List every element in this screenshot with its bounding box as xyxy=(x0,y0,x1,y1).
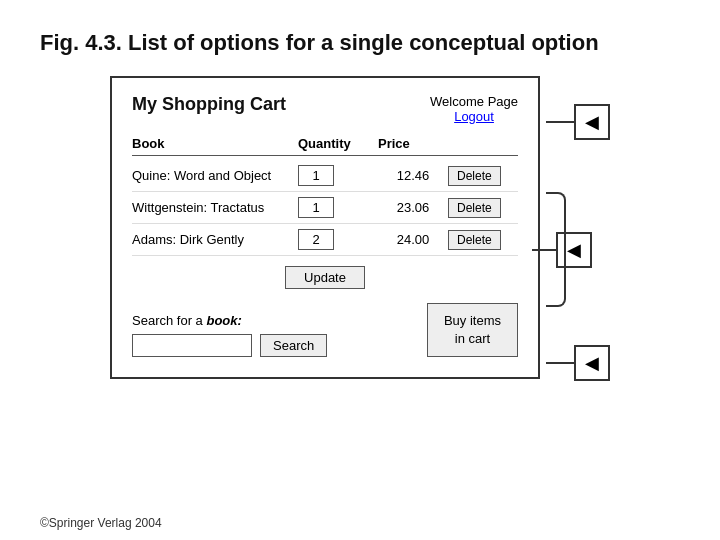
search-section: Search for a book: Search xyxy=(132,313,327,357)
update-button[interactable]: Update xyxy=(285,266,365,289)
cart-box: My Shopping Cart Welcome Page Logout Boo… xyxy=(110,76,540,379)
table-header: Book Quantity Price xyxy=(132,136,518,156)
price-1: 12.46 xyxy=(378,168,448,183)
price-2: 23.06 xyxy=(378,200,448,215)
col-price: Price xyxy=(378,136,448,151)
quantity-input-2[interactable] xyxy=(298,197,334,218)
quantity-input-1[interactable] xyxy=(298,165,334,186)
buy-items-button[interactable]: Buy items in cart xyxy=(427,303,518,357)
search-input[interactable] xyxy=(132,334,252,357)
arrow-right-icon-2: ◀ xyxy=(567,239,581,261)
table-row: Adams: Dirk Gently 24.00 Delete xyxy=(132,224,518,256)
welcome-text: Welcome Page xyxy=(430,94,518,109)
table-row: Wittgenstein: Tractatus 23.06 Delete xyxy=(132,192,518,224)
arrow-right-icon-3: ◀ xyxy=(585,352,599,374)
delete-button-3[interactable]: Delete xyxy=(448,230,501,250)
book-title-3: Adams: Dirk Gently xyxy=(132,232,298,247)
cart-title: My Shopping Cart xyxy=(132,94,286,115)
delete-button-2[interactable]: Delete xyxy=(448,198,501,218)
search-button[interactable]: Search xyxy=(260,334,327,357)
search-label: Search for a book: xyxy=(132,313,327,328)
col-action xyxy=(448,136,518,151)
delete-button-1[interactable]: Delete xyxy=(448,166,501,186)
page-title: Fig. 4.3. List of options for a single c… xyxy=(0,0,720,76)
quantity-input-3[interactable] xyxy=(298,229,334,250)
book-title-1: Quine: Word and Object xyxy=(132,168,298,183)
book-title-2: Wittgenstein: Tractatus xyxy=(132,200,298,215)
arrow-right-icon-1: ◀ xyxy=(585,111,599,133)
table-row: Quine: Word and Object 12.46 Delete xyxy=(132,160,518,192)
col-quantity: Quantity xyxy=(298,136,378,151)
col-book: Book xyxy=(132,136,298,151)
logout-link[interactable]: Logout xyxy=(430,109,518,124)
price-3: 24.00 xyxy=(378,232,448,247)
copyright: ©Springer Verlag 2004 xyxy=(40,516,162,530)
